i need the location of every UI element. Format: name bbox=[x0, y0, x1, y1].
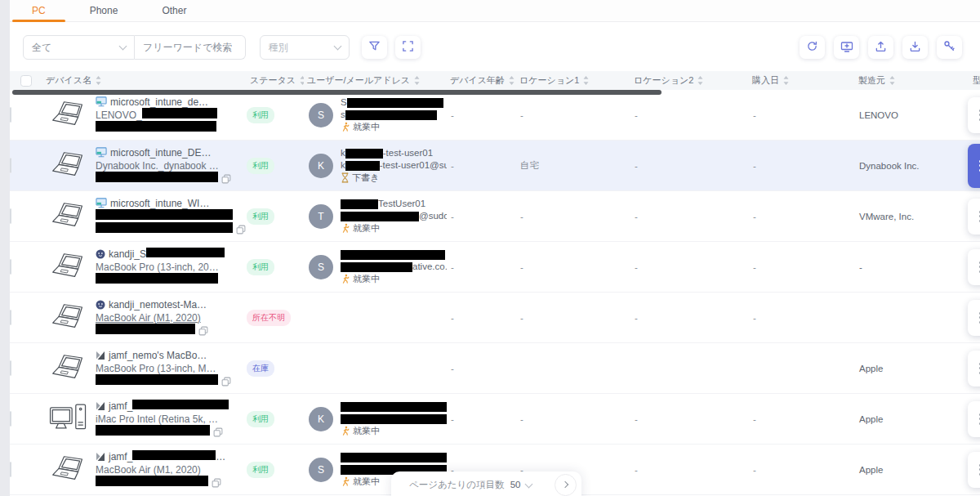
row-checkbox[interactable] bbox=[10, 411, 11, 427]
header-device-name[interactable]: デバイス名 bbox=[42, 74, 247, 87]
user-state: 就業中 bbox=[341, 273, 447, 285]
tab-phone[interactable]: Phone bbox=[68, 0, 140, 21]
type-select-placeholder: 種別 bbox=[269, 41, 288, 55]
device-age-cell: - bbox=[447, 414, 516, 424]
table-row[interactable]: kandji_SMacBook Pro (13-inch, 20…利用Sativ… bbox=[10, 242, 980, 293]
download-button[interactable] bbox=[902, 36, 928, 59]
intune-icon bbox=[96, 96, 107, 107]
search-input[interactable] bbox=[135, 35, 246, 60]
copy-icon[interactable] bbox=[236, 225, 246, 235]
chevron-down-icon[interactable] bbox=[525, 480, 533, 488]
tab-pc[interactable]: PC bbox=[10, 0, 68, 21]
header-location1[interactable]: ロケーション1 bbox=[516, 74, 630, 87]
copy-icon[interactable] bbox=[213, 427, 223, 437]
text-fragment: -test-user01 bbox=[383, 147, 433, 159]
row-menu-button[interactable] bbox=[968, 300, 980, 336]
copy-icon[interactable] bbox=[221, 174, 231, 184]
row-menu-button[interactable] bbox=[968, 144, 980, 188]
row-checkbox[interactable] bbox=[10, 360, 11, 376]
user-lines: 就業中 bbox=[341, 400, 447, 437]
header-device-age[interactable]: デバイス年齢 bbox=[447, 74, 516, 87]
row-checkbox[interactable] bbox=[10, 259, 11, 275]
text-fragment: microsoft_intune_WI… bbox=[110, 198, 209, 209]
laptop-icon bbox=[48, 99, 91, 132]
user-text-line: S bbox=[341, 96, 443, 109]
text-fragment: jamf_ bbox=[109, 451, 132, 462]
status-badge: 利用 bbox=[247, 208, 274, 225]
copy-icon[interactable] bbox=[198, 326, 208, 336]
laptop-icon bbox=[48, 454, 91, 486]
row-checkbox[interactable] bbox=[10, 208, 11, 224]
next-page-button[interactable] bbox=[555, 474, 577, 496]
user-cell: T TestUser01@sudoad…就業中 bbox=[304, 198, 447, 235]
device-list-page: PC Phone Other 全て 種別 bbox=[10, 0, 980, 495]
device-type-cell bbox=[42, 302, 96, 334]
avatar: S bbox=[309, 255, 333, 279]
row-menu-button[interactable] bbox=[968, 452, 980, 488]
text-fragment: … bbox=[216, 451, 225, 462]
text-fragment: MacBook Air (M1, 2020) bbox=[96, 464, 201, 476]
row-menu-button[interactable] bbox=[968, 351, 980, 387]
row-checkbox[interactable] bbox=[10, 462, 11, 477]
row-menu-button[interactable] bbox=[968, 97, 980, 133]
copy-icon[interactable] bbox=[212, 478, 221, 488]
refresh-button[interactable] bbox=[800, 36, 825, 59]
redacted-text bbox=[341, 199, 378, 209]
select-columns-button[interactable] bbox=[395, 36, 421, 59]
text-fragment: microsoft_intune_de… bbox=[110, 96, 208, 108]
device-name-line: kandji_nemotest-Ma… bbox=[96, 298, 247, 311]
scope-select[interactable]: 全て bbox=[23, 35, 135, 60]
sort-icon bbox=[697, 76, 703, 85]
table-row[interactable]: kandji_nemotest-Ma…MacBook Air (M1, 2020… bbox=[10, 293, 980, 343]
manufacturer-cell: - bbox=[855, 262, 969, 272]
status-cell: 利用 bbox=[247, 258, 304, 275]
location1-cell: - bbox=[516, 262, 630, 272]
header-user-email[interactable]: ユーザー/メールアドレス bbox=[304, 74, 447, 87]
status-cell: 利用 bbox=[247, 461, 304, 478]
manufacturer-cell: Dynabook Inc. bbox=[855, 161, 969, 171]
purchase-date-cell: - bbox=[749, 110, 855, 120]
row-checkbox[interactable] bbox=[10, 158, 11, 173]
user-text-line: k-test-user01@sud… bbox=[341, 159, 447, 172]
row-checkbox[interactable] bbox=[10, 107, 11, 123]
row-menu-button[interactable] bbox=[968, 199, 980, 235]
add-device-button[interactable] bbox=[834, 36, 859, 59]
table-row[interactable]: jamf_iMac Pro Intel (Retina 5k, …利用K就業中-… bbox=[10, 394, 980, 445]
header-purchase-date[interactable]: 購入日 bbox=[749, 74, 855, 87]
laptop-icon bbox=[48, 200, 91, 233]
header-model[interactable]: 型番 bbox=[969, 74, 980, 87]
sort-icon bbox=[783, 76, 789, 85]
table-row[interactable]: microsoft_intune_DE…Dynabook Inc._dynabo… bbox=[10, 141, 980, 191]
header-location2[interactable]: ロケーション2 bbox=[630, 74, 749, 87]
header-manufacturer[interactable]: 製造元 bbox=[855, 74, 969, 87]
row-checkbox[interactable] bbox=[10, 310, 11, 325]
row-select-cell bbox=[10, 209, 42, 224]
scope-select-value: 全て bbox=[32, 41, 51, 55]
user-text-line: s bbox=[341, 109, 443, 121]
select-all-checkbox[interactable] bbox=[20, 75, 32, 87]
table-row[interactable]: microsoft_intune_WI…利用T TestUser01@sudoa… bbox=[10, 191, 980, 242]
device-name-cell: jamf_…MacBook Air (M1, 2020) bbox=[96, 450, 247, 489]
tab-other[interactable]: Other bbox=[140, 0, 208, 21]
type-select[interactable]: 種別 bbox=[260, 35, 350, 60]
device-type-cell bbox=[42, 352, 96, 385]
row-menu-button[interactable] bbox=[968, 401, 980, 437]
device-name-line: LENOVO_ bbox=[96, 109, 247, 122]
copy-icon[interactable] bbox=[221, 377, 231, 387]
header-status[interactable]: ステータス bbox=[247, 74, 304, 87]
user-lines: Ss就業中 bbox=[341, 96, 443, 133]
table-row[interactable]: jamf_nemo's MacBo…MacBook Pro (13-inch, … bbox=[10, 343, 980, 394]
user-lines: k-test-user01k-test-user01@sud…下書き bbox=[341, 147, 447, 184]
sort-icon bbox=[509, 76, 514, 85]
device-name-text: microsoft_intune_de… bbox=[110, 96, 208, 109]
avatar: S bbox=[309, 103, 333, 127]
filter-button[interactable] bbox=[362, 36, 387, 59]
device-type-cell bbox=[42, 402, 96, 436]
admin-tools-button[interactable] bbox=[937, 36, 962, 59]
per-page-value[interactable]: 50 bbox=[510, 480, 521, 489]
upload-button[interactable] bbox=[868, 36, 893, 59]
horizontal-scrollbar[interactable] bbox=[12, 90, 662, 95]
table-row[interactable]: microsoft_intune_de…LENOVO_利用SSs就業中----L… bbox=[10, 90, 980, 141]
location2-cell: - bbox=[630, 262, 749, 272]
row-menu-button[interactable] bbox=[968, 249, 980, 285]
